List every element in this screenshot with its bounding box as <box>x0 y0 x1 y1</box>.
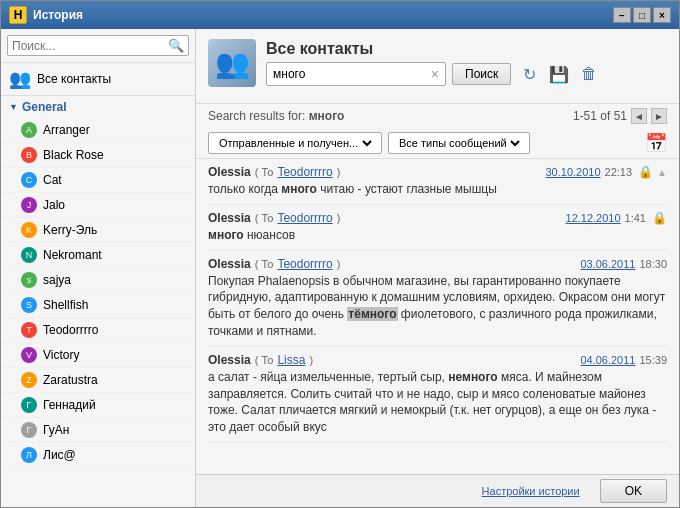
avatar: Г <box>21 422 37 438</box>
table-row: Olessia ( То Teodorrrro ) 12.12.2010 1:4… <box>208 205 667 251</box>
list-item[interactable]: s sajya <box>1 268 195 293</box>
next-page-button[interactable]: ► <box>651 108 667 124</box>
message-date[interactable]: 04.06.2011 <box>580 354 635 366</box>
message-time: 15:39 <box>639 354 667 366</box>
group-general-header[interactable]: ▼ General <box>1 96 195 118</box>
app-icon: H <box>9 6 27 24</box>
sidebar-search-icon[interactable]: 🔍 <box>168 38 184 53</box>
ok-button[interactable]: OK <box>600 479 667 503</box>
right-title: Все контакты <box>266 40 601 58</box>
list-item[interactable]: T Teodorrrro <box>1 318 195 343</box>
group-general: ▼ General A Arranger B Black Rose C Cat <box>1 96 195 468</box>
table-row: Olessia ( То Teodorrrro ) 03.06.2011 18:… <box>208 251 667 347</box>
avatar: T <box>21 322 37 338</box>
message-direction: ( То <box>255 354 274 366</box>
message-recipient[interactable]: Teodorrrro <box>277 257 332 271</box>
contact-name: Геннадий <box>43 398 96 412</box>
maximize-button[interactable]: □ <box>633 7 651 23</box>
delete-button[interactable]: 🗑 <box>577 62 601 86</box>
list-item[interactable]: A Arranger <box>1 118 195 143</box>
search-button[interactable]: Поиск <box>452 63 511 85</box>
list-item[interactable]: Z Zaratustra <box>1 368 195 393</box>
contact-name: Kerry-Эль <box>43 223 97 237</box>
list-item[interactable]: Г ГуАн <box>1 418 195 443</box>
message-date[interactable]: 12.12.2010 <box>566 212 621 224</box>
sidebar-search-input[interactable] <box>12 39 168 53</box>
avatar: s <box>21 272 37 288</box>
list-item[interactable]: N Nekromant <box>1 243 195 268</box>
list-item[interactable]: Г Геннадий <box>1 393 195 418</box>
list-item[interactable]: V Victory <box>1 343 195 368</box>
table-row: Olessia ( То Lissa ) 04.06.2011 15:39 а … <box>208 347 667 443</box>
settings-link[interactable]: Настройки истории <box>208 485 580 497</box>
avatar: K <box>21 222 37 238</box>
list-item[interactable]: K Kerry-Эль <box>1 218 195 243</box>
avatar: J <box>21 197 37 213</box>
all-contacts-icon: 👥 <box>9 68 31 90</box>
right-search-box: × <box>266 62 446 86</box>
contact-name: Teodorrrro <box>43 323 98 337</box>
message-direction: ( То <box>255 258 274 270</box>
message-body: много нюансов <box>208 227 667 244</box>
message-sender: Olessia <box>208 211 251 225</box>
filter-row: Отправленные и получен... Только отправл… <box>196 128 679 158</box>
avatar: V <box>21 347 37 363</box>
contact-name: Black Rose <box>43 148 104 162</box>
message-type-select[interactable]: Все типы сообщений Только сообщения <box>395 136 523 150</box>
message-header: Olessia ( То Teodorrrro ) 30.10.2010 22:… <box>208 165 667 179</box>
message-header: Olessia ( То Lissa ) 04.06.2011 15:39 <box>208 353 667 367</box>
message-body: а салат - яйца измельченные, тертый сыр,… <box>208 369 667 436</box>
lock-icon: 🔒 <box>652 211 667 225</box>
window-title: История <box>33 8 613 22</box>
message-recipient[interactable]: Teodorrrro <box>277 165 332 179</box>
contact-name: Victory <box>43 348 79 362</box>
avatar: Г <box>21 397 37 413</box>
avatar: N <box>21 247 37 263</box>
contact-name: Jalo <box>43 198 65 212</box>
close-button[interactable]: × <box>653 7 671 23</box>
save-button[interactable]: 💾 <box>547 62 571 86</box>
calendar-button[interactable]: 📅 <box>645 132 667 154</box>
all-contacts-row[interactable]: 👥 Все контакты <box>1 63 195 96</box>
message-direction-end: ) <box>337 258 341 270</box>
right-header: 👥 Все контакты × Поиск ↻ 💾 🗑 <box>196 29 679 104</box>
contact-name: Shellfish <box>43 298 88 312</box>
pagination-info: 1-51 of 51 <box>573 109 627 123</box>
list-item[interactable]: B Black Rose <box>1 143 195 168</box>
clear-search-button[interactable]: × <box>431 66 439 82</box>
avatar: A <box>21 122 37 138</box>
contact-name: Arranger <box>43 123 90 137</box>
message-recipient[interactable]: Teodorrrro <box>277 211 332 225</box>
lock-icon: 🔒 <box>638 165 653 179</box>
avatar: B <box>21 147 37 163</box>
expand-icon[interactable]: ▲ <box>657 167 667 178</box>
message-direction-end: ) <box>309 354 313 366</box>
refresh-button[interactable]: ↻ <box>517 62 541 86</box>
message-type-filter[interactable]: Все типы сообщений Только сообщения <box>388 132 530 154</box>
right-panel: 👥 Все контакты × Поиск ↻ 💾 🗑 <box>196 29 679 507</box>
message-recipient[interactable]: Lissa <box>277 353 305 367</box>
prev-page-button[interactable]: ◄ <box>631 108 647 124</box>
sent-received-filter[interactable]: Отправленные и получен... Только отправл… <box>208 132 382 154</box>
main-window: H История − □ × 🔍 👥 Все контакты <box>0 0 680 508</box>
sidebar: 🔍 👥 Все контакты ▼ General <box>1 29 196 507</box>
contact-name: sajya <box>43 273 71 287</box>
message-date[interactable]: 03.06.2011 <box>580 258 635 270</box>
sent-received-select[interactable]: Отправленные и получен... Только отправл… <box>215 136 375 150</box>
message-header: Olessia ( То Teodorrrro ) 12.12.2010 1:4… <box>208 211 667 225</box>
results-area: Search results for: много 1-51 of 51 ◄ ►… <box>196 104 679 474</box>
right-search-input[interactable] <box>273 67 429 81</box>
list-item[interactable]: J Jalo <box>1 193 195 218</box>
all-contacts-label: Все контакты <box>37 72 111 86</box>
avatar: S <box>21 297 37 313</box>
all-contacts-big-avatar: 👥 <box>208 39 256 87</box>
results-header: Search results for: много 1-51 of 51 ◄ ► <box>196 104 679 128</box>
list-item[interactable]: S Shellfish <box>1 293 195 318</box>
avatar: Z <box>21 372 37 388</box>
message-time: 1:41 <box>625 212 646 224</box>
minimize-button[interactable]: − <box>613 7 631 23</box>
list-item[interactable]: C Cat <box>1 168 195 193</box>
list-item[interactable]: Л Лис@ <box>1 443 195 468</box>
message-date[interactable]: 30.10.2010 <box>546 166 601 178</box>
messages-list: Olessia ( То Teodorrrro ) 30.10.2010 22:… <box>196 158 679 474</box>
